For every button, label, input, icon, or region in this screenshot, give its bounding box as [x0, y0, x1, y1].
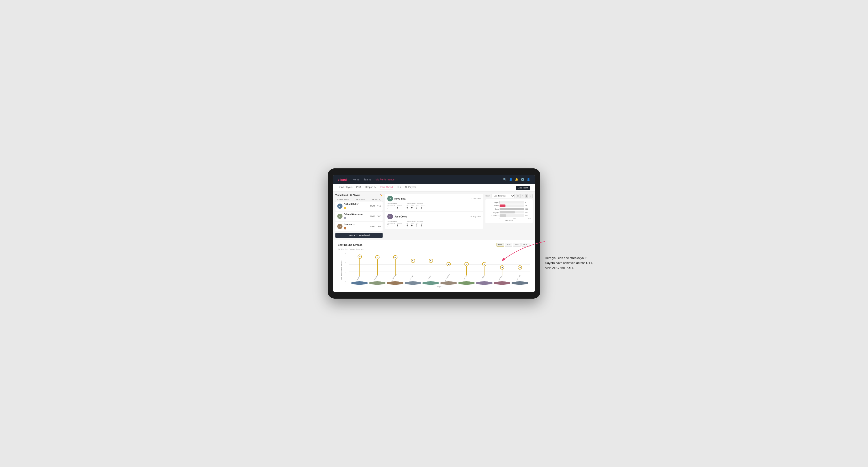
bar-label: Birdies: [487, 205, 499, 207]
streak-col: 4xD. Ford: [458, 254, 475, 281]
team-title: Team Clippd | 14 Players: [335, 194, 360, 196]
streak-bubble: 4x: [482, 262, 486, 266]
th-pb-avg-sq: PB AVG SQ: [372, 198, 381, 200]
gold-badge: 1: [344, 207, 346, 209]
filter-putt-button[interactable]: PUTT: [522, 243, 530, 247]
app-stat: APP 0: [411, 223, 414, 227]
card-avatar: JC: [387, 214, 393, 219]
x-label: 0: [500, 218, 500, 219]
x-label: 400: [528, 218, 531, 219]
rounds-sub: Tournament 7 Practice 6: [387, 205, 402, 209]
streak-col: 6xB. McHerg: [369, 254, 386, 281]
sub-nav-team-clippd[interactable]: Team Clippd: [379, 186, 393, 189]
nav-teams[interactable]: Teams: [364, 178, 371, 181]
player-scores: 17/20 103: [370, 225, 381, 228]
card-avatar: RB: [387, 196, 393, 201]
sub-nav-all-players[interactable]: All Players: [405, 186, 416, 189]
chart-x-axis: 0 200 400: [487, 218, 531, 219]
streak-bubble: 5x: [429, 259, 433, 263]
stats-row: Total Rounds Tournament 7 Practice 2: [387, 221, 481, 227]
total-practice-label: Total Practice Activities: [406, 203, 425, 205]
card-date: 02 Sep 2023: [470, 198, 481, 200]
table-row[interactable]: RB Richard Butler 1 19/20 110: [335, 201, 382, 211]
chart-view-button[interactable]: ▦: [525, 194, 528, 198]
table-row[interactable]: CA Cameron... 3 17/20 103: [335, 222, 382, 231]
nav-my-performance[interactable]: My Performance: [375, 178, 395, 181]
streak-chart-container: Best Streak, Fairway Accuracy 0 2 4 6: [338, 253, 530, 287]
total-rounds-group: Total Rounds Tournament 7 Practice 2: [387, 221, 402, 227]
bar-label: Bogeys: [487, 212, 499, 213]
silver-badge: 2: [344, 217, 346, 219]
putt-stat: PUTT 1: [421, 205, 425, 209]
filter-app-button[interactable]: APP: [505, 243, 512, 247]
avatar: RB: [337, 204, 342, 209]
logo: clippd: [338, 178, 347, 181]
streak-line: [466, 266, 467, 276]
section-title: Best Round Streaks: [338, 243, 363, 246]
search-icon[interactable]: 🔍: [503, 178, 507, 181]
sub-nav-tour[interactable]: Tour: [397, 186, 401, 189]
streak-avatars-row: [349, 281, 530, 285]
view-full-leaderboard-button[interactable]: View Full Leaderboard: [335, 233, 382, 238]
player-card: JC Josh Coles 26 Aug 2023 Total Rounds T…: [385, 212, 483, 229]
arg-stat: ARG 0: [416, 223, 419, 227]
total-rounds-label: Total Rounds: [387, 203, 402, 205]
streak-bubble: 6x: [375, 255, 379, 259]
streak-player-name: E. Ebert: [356, 276, 363, 282]
y-tick: 2: [345, 272, 349, 273]
bell-icon[interactable]: 🔔: [515, 178, 519, 181]
nav-links: Home Teams My Performance: [352, 178, 503, 181]
avatar: EC: [337, 214, 342, 219]
x-label: 200: [513, 218, 516, 219]
player-info: Cameron... 3: [344, 223, 368, 230]
th-player-name: PLAYER NAME: [337, 198, 349, 200]
bar-value: 96: [525, 205, 531, 207]
settings-icon[interactable]: ⚙️: [521, 178, 524, 181]
streak-line: [395, 259, 396, 276]
chart-subtitle: Off The Tee, Fairway Accuracy: [338, 248, 530, 250]
player-info: Richard Butler 1: [344, 203, 368, 210]
total-rounds-group: Total Rounds Tournament 7 Practice 6: [387, 203, 402, 209]
sub-nav-pgat[interactable]: PGAT Players: [338, 186, 352, 189]
filter-arg-button[interactable]: ARG: [513, 243, 521, 247]
sub-nav-pga[interactable]: PGA: [356, 186, 361, 189]
right-panel: Show Last 3 months ⊞ ≡ ▦ ↓: [486, 194, 533, 238]
avatar-icon[interactable]: 👤: [527, 178, 530, 181]
bar-value: 3: [525, 201, 531, 203]
view-icons: ⊞ ≡ ▦ ↓: [516, 194, 533, 198]
filter-ott-button[interactable]: OTT: [497, 243, 504, 247]
period-select[interactable]: Last 3 months: [492, 194, 515, 198]
y-axis-label: Best Streak, Fairway Accuracy: [341, 260, 342, 280]
content-area: Team Clippd | 14 Players ✏️ PLAYER NAME …: [333, 191, 535, 240]
nav-home[interactable]: Home: [352, 178, 359, 181]
bar-row-dbogeys: D. Bogeys + 131: [487, 214, 531, 217]
download-button[interactable]: ↓: [529, 194, 533, 198]
streak-avatar: [351, 281, 368, 285]
list-view-button[interactable]: ≡: [520, 194, 524, 198]
player-card: RB Rees Britt 02 Sep 2023 Total Rounds T…: [385, 194, 483, 211]
total-practice-group: Total Practice Activities OTT 0 APP 0: [406, 221, 425, 227]
bar-label: D. Bogeys +: [487, 215, 499, 216]
person-icon[interactable]: 👤: [509, 178, 513, 181]
pb-score: 19/20: [370, 205, 375, 207]
show-bar: Show Last 3 months ⊞ ≡ ▦ ↓: [486, 194, 533, 198]
pb-score: 17/20: [370, 225, 375, 228]
practice-stat: Practice 6: [397, 205, 402, 209]
streak-line: [431, 263, 431, 276]
pb-score: 18/20: [370, 215, 375, 217]
sub-nav-hcaps[interactable]: Hcaps 1-5: [365, 186, 376, 189]
bar-label: Eagles: [487, 201, 499, 203]
edit-icon[interactable]: ✏️: [380, 194, 382, 196]
table-row[interactable]: EC Edward Crossman 2 18/20 107: [335, 212, 382, 221]
section-header: Best Round Streaks OTT APP ARG PUTT: [338, 243, 530, 247]
grid-view-button[interactable]: ⊞: [516, 194, 520, 198]
add-team-button[interactable]: Add Team: [516, 186, 530, 190]
streak-col: 3xC. Quick: [512, 254, 529, 281]
streak-bubble: 4x: [464, 262, 469, 266]
player-name: Edward Crossman: [344, 213, 368, 215]
practice-sub: OTT 0 APP 0 ARG 0: [406, 205, 425, 209]
streak-line: [502, 270, 502, 276]
card-header: RB Rees Britt 02 Sep 2023: [387, 196, 481, 201]
player-name: Cameron...: [344, 223, 368, 225]
card-player-name: Josh Coles: [394, 215, 407, 218]
